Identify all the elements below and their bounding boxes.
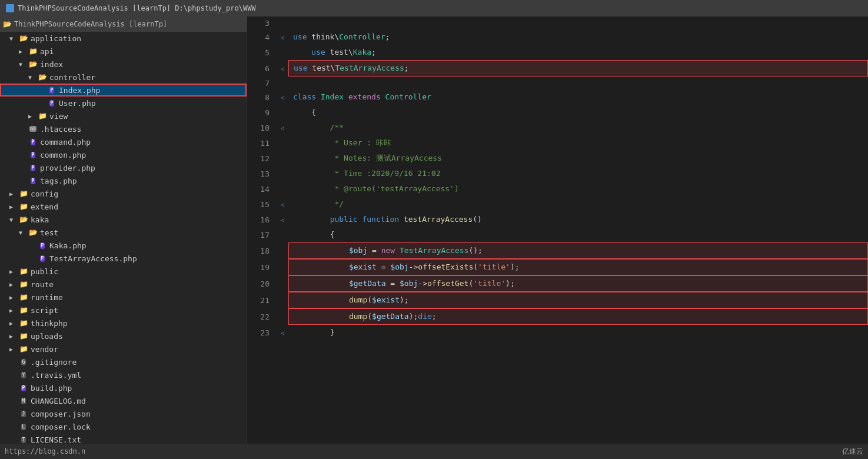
- sidebar-item-extend[interactable]: extend: [0, 200, 247, 213]
- line-number: 18: [247, 242, 277, 259]
- item-label: provider.php: [40, 164, 95, 172]
- sidebar-item-testarrayaccess-php[interactable]: P TestArrayAccess.php: [0, 252, 247, 265]
- sidebar-item-route[interactable]: route: [0, 278, 247, 291]
- sidebar-item-public[interactable]: public: [0, 265, 247, 278]
- sidebar-item-view[interactable]: view: [0, 109, 247, 122]
- sidebar-item-api[interactable]: api: [0, 45, 247, 58]
- gutter: ◁: [277, 325, 288, 340]
- code-content: * @route('testArrayAccess'): [288, 181, 868, 197]
- item-label: composer.json: [31, 410, 91, 418]
- file-icon: G: [19, 357, 28, 367]
- sidebar-item-htaccess[interactable]: ht .htaccess: [0, 122, 247, 135]
- sidebar-item-gitignore[interactable]: G .gitignore: [0, 355, 247, 368]
- status-bar: https://blog.csdn.n 亿速云: [0, 444, 868, 459]
- sidebar-item-uploads[interactable]: uploads: [0, 330, 247, 342]
- file-icon: T: [19, 435, 28, 444]
- line-number: 14: [247, 181, 277, 197]
- arrow-icon: [9, 217, 19, 223]
- title-bar-text: ThinkPHPSourceCodeAnalysis [learnTp] D:\…: [18, 4, 256, 12]
- line-number: 3: [247, 16, 277, 29]
- item-label: config: [31, 189, 58, 198]
- sidebar-item-user-php[interactable]: P User.php: [0, 97, 247, 109]
- gutter: [277, 275, 288, 292]
- code-content: dump($exist);: [288, 292, 868, 308]
- gutter: [277, 166, 288, 181]
- status-bar-right-url: https://blog.csdn.n: [5, 447, 85, 455]
- folder-icon: [19, 189, 28, 198]
- item-label: CHANGELOG.md: [31, 397, 86, 405]
- line-number: 22: [247, 308, 277, 325]
- code-line-8: 8 ◁ class Index extends Controller: [247, 89, 868, 105]
- code-line-13: 13 * Time :2020/9/16 21:02: [247, 166, 868, 181]
- sidebar-item-thinkphp[interactable]: thinkphp: [0, 317, 247, 330]
- code-content: dump($getData);die;: [288, 308, 868, 325]
- folder-icon: [19, 267, 28, 276]
- sidebar-item-test[interactable]: test: [0, 226, 247, 239]
- folder-icon: [19, 344, 28, 354]
- php-file-icon: P: [28, 163, 38, 172]
- sidebar-item-controller[interactable]: controller: [0, 71, 247, 84]
- item-label: common.php: [40, 151, 86, 159]
- code-content: * Time :2020/9/16 21:02: [288, 166, 868, 181]
- folder-open-icon: [2, 19, 12, 29]
- line-number: 12: [247, 151, 277, 166]
- sidebar-item-index[interactable]: index: [0, 58, 247, 71]
- gutter: [277, 151, 288, 166]
- arrow-icon: [19, 48, 28, 55]
- sidebar-item-index-php[interactable]: P Index.php: [0, 84, 247, 97]
- sidebar-item-license[interactable]: T LICENSE.txt: [0, 433, 247, 444]
- arrow-icon: [9, 35, 19, 42]
- gutter: [277, 181, 288, 197]
- sidebar-item-travis[interactable]: Y .travis.yml: [0, 368, 247, 381]
- arrow-icon: [9, 307, 19, 314]
- sidebar-item-tags-php[interactable]: P tags.php: [0, 174, 247, 187]
- line-number: 8: [247, 89, 277, 105]
- status-bar-app: 亿速云: [842, 447, 863, 457]
- project-root-label: ThinkPHPSourceCodeAnalysis [learnTp]: [14, 20, 167, 28]
- code-content: use test\Kaka;: [288, 45, 868, 60]
- line-number: 15: [247, 197, 277, 212]
- item-label: command.php: [40, 138, 91, 147]
- sidebar-item-common-php[interactable]: P common.php: [0, 148, 247, 161]
- code-line-19: 19 $exist = $obj->offsetExists('title');: [247, 259, 868, 275]
- line-number: 11: [247, 135, 277, 151]
- code-content: class Index extends Controller: [288, 89, 868, 105]
- status-bar-right: 亿速云: [842, 447, 863, 457]
- gutter: [277, 16, 288, 29]
- code-content: [288, 16, 868, 29]
- code-content: $getData = $obj->offsetGet('title');: [288, 275, 868, 292]
- gutter: [277, 45, 288, 60]
- line-number: 6: [247, 60, 277, 76]
- php-file-icon: P: [28, 150, 38, 159]
- sidebar-item-provider-php[interactable]: P provider.php: [0, 161, 247, 174]
- project-root[interactable]: ThinkPHPSourceCodeAnalysis [learnTp]: [0, 16, 247, 32]
- gutter: ◁: [277, 197, 288, 212]
- item-label: composer.lock: [31, 423, 91, 431]
- sidebar-item-config[interactable]: config: [0, 187, 247, 200]
- gutter: [277, 135, 288, 151]
- code-content: /**: [288, 120, 868, 135]
- status-bar-left: https://blog.csdn.n: [5, 447, 85, 455]
- code-editor[interactable]: 3 4 ◁ use think\Controller; 5 use test\K…: [247, 16, 868, 444]
- arrow-icon: [9, 294, 19, 301]
- sidebar-item-runtime[interactable]: runtime: [0, 291, 247, 304]
- folder-icon: [19, 331, 28, 341]
- sidebar-item-build-php[interactable]: P build.php: [0, 381, 247, 394]
- sidebar-item-kaka-php[interactable]: P Kaka.php: [0, 239, 247, 252]
- arrow-icon: [19, 230, 28, 236]
- item-label: build.php: [31, 384, 72, 393]
- sidebar-item-composer-json[interactable]: J composer.json: [0, 407, 247, 420]
- code-line-10: 10 ◁ /**: [247, 120, 868, 135]
- item-label: kaka: [31, 215, 49, 224]
- item-label: Index.php: [59, 86, 100, 95]
- item-label: extend: [31, 202, 58, 211]
- sidebar-item-vendor[interactable]: vendor: [0, 342, 247, 355]
- sidebar-item-script[interactable]: script: [0, 304, 247, 317]
- sidebar-item-command-php[interactable]: P command.php: [0, 135, 247, 148]
- code-line-17: 17 {: [247, 227, 868, 242]
- php-file-icon: P: [38, 254, 47, 263]
- sidebar-item-changelog[interactable]: M CHANGELOG.md: [0, 394, 247, 407]
- sidebar-item-application[interactable]: application: [0, 32, 247, 45]
- sidebar-item-kaka[interactable]: kaka: [0, 213, 247, 226]
- sidebar-item-composer-lock[interactable]: L composer.lock: [0, 420, 247, 433]
